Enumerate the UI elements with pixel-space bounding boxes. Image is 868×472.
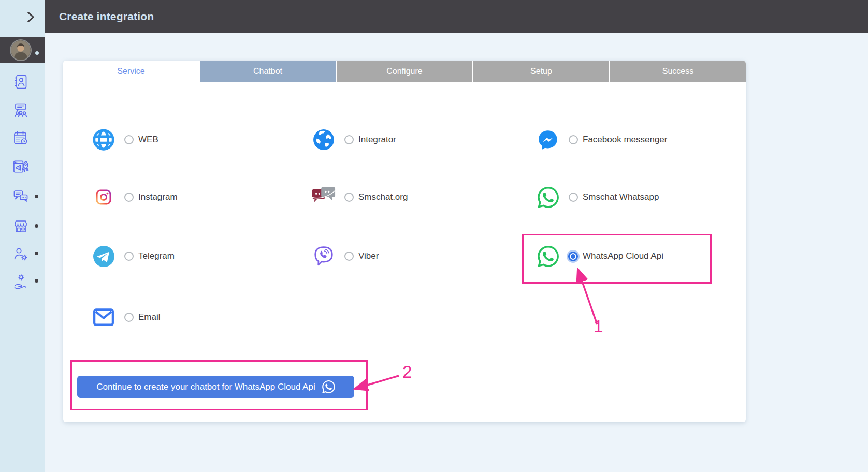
sidebar-item-store[interactable] xyxy=(12,218,29,234)
radio-telegram[interactable] xyxy=(124,252,134,261)
service-option-smschat-whatsapp[interactable]: Smschat Whatsapp xyxy=(536,185,659,210)
top-bar: Create integration xyxy=(45,0,868,33)
service-option-integrator[interactable]: Integrator xyxy=(311,127,396,152)
radio-email[interactable] xyxy=(124,313,134,322)
radio-whatsapp-cloud-api[interactable] xyxy=(568,252,578,261)
whatsapp-icon xyxy=(538,246,559,267)
notification-dot xyxy=(35,195,38,198)
radio-smschat-org[interactable] xyxy=(344,193,354,202)
notification-dot xyxy=(35,224,38,228)
continue-button[interactable]: Continue to create your chatbot for What… xyxy=(77,376,354,398)
avatar-notification-dot xyxy=(35,51,39,55)
service-option-viber[interactable]: Viber xyxy=(311,244,379,269)
service-label: Viber xyxy=(358,251,379,261)
tab-setup[interactable]: Setup xyxy=(473,61,609,82)
sidebar-item-audience[interactable] xyxy=(12,102,29,119)
service-option-whatsapp-cloud-api[interactable]: WhatsApp Cloud Api xyxy=(536,244,663,269)
hand-gear-icon xyxy=(12,273,29,289)
radio-smschat-whatsapp[interactable] xyxy=(569,193,578,202)
tab-chatbot[interactable]: Chatbot xyxy=(200,61,336,82)
service-label: WhatsApp Cloud Api xyxy=(583,251,663,261)
radio-facebook-messenger[interactable] xyxy=(569,135,578,144)
marketing-rocket-icon xyxy=(12,159,30,175)
chevron-right-icon xyxy=(24,10,38,24)
radio-instagram[interactable] xyxy=(124,193,134,202)
avatar[interactable] xyxy=(11,40,31,60)
contacts-book-icon xyxy=(12,73,29,90)
telegram-icon xyxy=(93,245,115,268)
service-label: Smschat.org xyxy=(358,192,408,202)
page-title: Create integration xyxy=(59,10,154,23)
sidebar-item-chats[interactable] xyxy=(12,188,29,205)
whatsapp-icon xyxy=(322,380,335,393)
viber-icon xyxy=(313,245,335,267)
service-option-email[interactable]: Email xyxy=(91,305,161,330)
service-label: Instagram xyxy=(138,192,178,202)
tab-success[interactable]: Success xyxy=(610,61,746,82)
notification-dot xyxy=(35,279,38,283)
user-gear-icon xyxy=(12,245,29,262)
tab-service[interactable]: Service xyxy=(63,61,199,82)
service-option-smschat-org[interactable]: Smschat.org xyxy=(311,185,408,210)
web-globe-icon xyxy=(92,128,115,152)
instagram-icon xyxy=(96,189,111,205)
service-option-instagram[interactable]: Instagram xyxy=(91,185,178,210)
service-option-telegram[interactable]: Telegram xyxy=(91,244,175,269)
service-label: Smschat Whatsapp xyxy=(583,192,659,202)
whatsapp-icon xyxy=(538,187,559,208)
user-profile-strip xyxy=(0,37,45,63)
sidebar-expand-button[interactable] xyxy=(23,9,39,26)
integrator-earth-icon xyxy=(313,129,335,151)
sidebar-item-contacts[interactable] xyxy=(12,73,29,90)
storefront-icon xyxy=(12,218,29,234)
service-label: WEB xyxy=(138,135,158,145)
service-option-facebook-messenger[interactable]: Facebook messenger xyxy=(536,127,667,152)
service-label: Integrator xyxy=(358,135,396,145)
email-icon xyxy=(93,308,114,327)
user-photo xyxy=(11,40,31,60)
sidebar-item-managers[interactable] xyxy=(12,245,29,262)
tab-configure[interactable]: Configure xyxy=(337,61,472,82)
calendar-clock-icon xyxy=(12,130,29,146)
radio-viber[interactable] xyxy=(344,252,354,261)
service-label: Facebook messenger xyxy=(583,135,667,145)
integration-wizard-card: Service Chatbot Configure Setup Success xyxy=(63,61,746,422)
service-option-web[interactable]: WEB xyxy=(91,127,158,152)
chat-bubbles-icon xyxy=(12,188,29,205)
service-label: Telegram xyxy=(138,251,175,261)
facebook-messenger-icon xyxy=(537,129,559,151)
wizard-steps: Service Chatbot Configure Setup Success xyxy=(63,61,746,82)
radio-web[interactable] xyxy=(124,135,134,144)
sidebar-item-schedule[interactable] xyxy=(12,130,29,146)
radio-integrator[interactable] xyxy=(344,135,354,144)
audience-group-icon xyxy=(12,102,29,119)
smschat-bubbles-icon xyxy=(311,186,336,209)
notification-dot xyxy=(35,252,38,255)
continue-button-label: Continue to create your chatbot for What… xyxy=(96,382,315,392)
sidebar-item-services[interactable] xyxy=(12,273,29,289)
sidebar xyxy=(0,0,45,472)
service-label: Email xyxy=(138,312,161,322)
sidebar-item-marketing[interactable] xyxy=(12,159,29,175)
